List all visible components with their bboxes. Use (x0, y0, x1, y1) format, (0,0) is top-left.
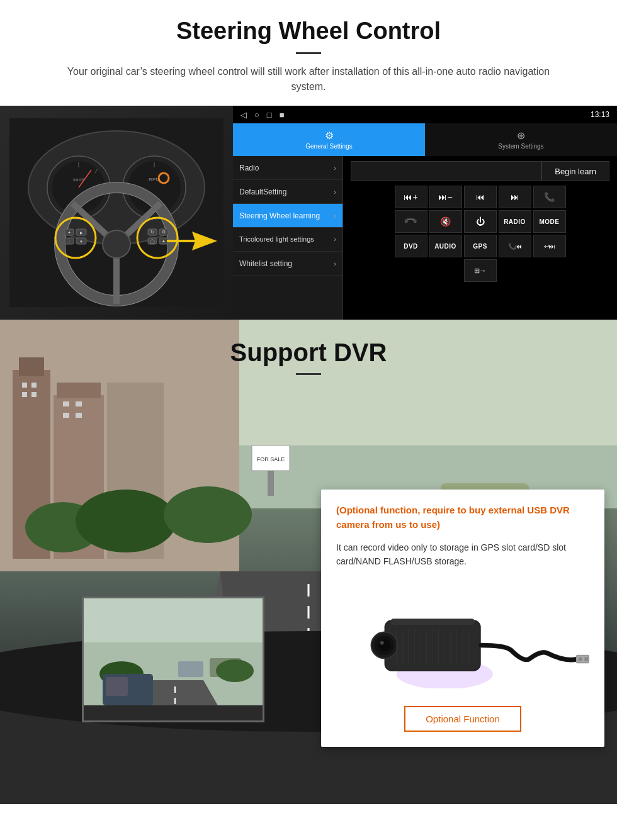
next-track-button[interactable]: ⏭ (499, 186, 531, 208)
menu-item-tricoloured-label: Tricoloured light settings (239, 235, 314, 244)
tab-system-label: System Settings (498, 143, 543, 150)
svg-text:↻: ↻ (150, 230, 154, 234)
power-button[interactable]: ⏻ (464, 210, 497, 233)
menu-icon[interactable]: ■ (280, 110, 285, 120)
back-icon[interactable]: ◁ (241, 110, 247, 120)
phone-button[interactable]: 📞 (533, 186, 566, 208)
menu-item-default-label: DefaultSetting (239, 188, 286, 196)
svg-rect-108 (584, 657, 588, 661)
svg-rect-54 (76, 401, 82, 406)
svg-rect-56 (76, 413, 82, 418)
svg-text:▼: ▼ (79, 240, 83, 244)
tab-general-settings[interactable]: ⚙ General Settings (233, 123, 425, 156)
menu-item-steering-label: Steering Wheel learning (239, 211, 320, 220)
android-statusbar: ◁ ○ □ ■ 13:13 (233, 106, 617, 123)
vol-down-button[interactable]: ⏭− (429, 186, 462, 208)
gps-label: GPS (473, 243, 487, 250)
svg-point-19 (103, 230, 130, 258)
dvd-button[interactable]: DVD (395, 235, 427, 257)
android-panel: ◁ ○ □ ■ 13:13 ⚙ General Settings ⊕ Syste… (233, 106, 617, 320)
steering-section: km/h RPM (0, 106, 617, 320)
menu-arrow-icon: › (334, 164, 336, 172)
audio-label: AUDIO (434, 243, 456, 250)
svg-text:FOR SALE: FOR SALE (257, 456, 285, 462)
dvr-title-divider (296, 373, 321, 375)
menu-arrow-icon: › (334, 188, 336, 196)
control-row-3: DVD AUDIO GPS 📞⏮ ↩⏭ (346, 235, 614, 257)
menu-item-radio-label: Radio (239, 164, 259, 172)
svg-text:▶: ▶ (80, 231, 83, 235)
home-icon[interactable]: ○ (254, 110, 259, 120)
svg-point-91 (380, 641, 384, 645)
svg-point-58 (76, 490, 176, 552)
hang-up-icon: 📞 (404, 214, 418, 228)
dvr-camera-svg (336, 588, 589, 688)
subtitle-text: Your original car’s steering wheel contr… (50, 64, 567, 94)
svg-text:✦: ✦ (162, 239, 166, 244)
power-icon: ⏻ (476, 216, 485, 227)
svg-point-59 (164, 486, 252, 543)
svg-rect-52 (31, 392, 37, 397)
menu-item-tricoloured[interactable]: Tricoloured light settings › (233, 228, 342, 252)
steering-wheel-image: km/h RPM (0, 106, 233, 320)
prev-track-button[interactable]: ⏮ (464, 186, 497, 208)
tel-prev-next-icon: 📞⏮ (508, 243, 522, 250)
vol-down-icon: ⏭− (438, 192, 452, 202)
android-content: Radio › DefaultSetting › Steering Wheel … (233, 156, 617, 320)
settings-icon: ⊕ (517, 130, 525, 142)
svg-rect-87 (390, 619, 475, 625)
dvr-thumbnail-svg (84, 598, 264, 722)
menu-item-radio[interactable]: Radio › (233, 156, 342, 180)
statusbar-time: 13:13 (591, 110, 609, 119)
header-section: Steering Wheel Control Your original car… (0, 0, 617, 106)
menu-arrow-icon: › (334, 260, 336, 267)
menu-item-default-setting[interactable]: DefaultSetting › (233, 180, 342, 204)
svg-text:+: + (68, 230, 71, 235)
svg-rect-83 (84, 705, 264, 722)
phone-icon: 📞 (544, 192, 555, 202)
svg-rect-53 (63, 401, 69, 406)
vol-up-button[interactable]: ⏮+ (395, 186, 427, 208)
dvr-camera-image (336, 581, 589, 695)
back-next-button[interactable]: ↩⏭ (533, 235, 566, 257)
dvr-thumbnail (82, 596, 264, 722)
dvd-label: DVD (404, 243, 418, 250)
control-panel: Begin learn ⏮+ ⏭− ⏮ ⏭ (343, 156, 617, 320)
dvr-title-block: Support DVR (0, 320, 617, 388)
mute-icon: 🔇 (440, 216, 451, 227)
control-row-1: ⏮+ ⏭− ⏮ ⏭ 📞 (346, 186, 614, 208)
vol-up-icon: ⏮+ (404, 192, 417, 202)
menu-item-whitelist-label: Whitelist setting (239, 259, 292, 268)
android-tabs: ⚙ General Settings ⊕ System Settings (233, 123, 617, 156)
next-track-icon: ⏭ (511, 192, 519, 202)
screen-nav-button[interactable]: ⊞→ (464, 259, 497, 282)
menu-item-whitelist[interactable]: Whitelist setting › (233, 252, 342, 276)
begin-learn-button[interactable]: Begin learn (541, 161, 609, 181)
gear-icon: ⚙ (325, 130, 334, 142)
dvr-optional-text: (Optional function, require to buy exter… (336, 503, 589, 532)
tel-prev-next-button[interactable]: 📞⏮ (499, 235, 531, 257)
radio-button[interactable]: RADIO (499, 210, 531, 233)
optional-function-button[interactable]: Optional Function (404, 706, 521, 732)
recents-icon[interactable]: □ (267, 110, 272, 120)
gps-button[interactable]: GPS (464, 235, 497, 257)
control-row-4: ⊞→ (346, 259, 614, 282)
steering-wheel-svg: km/h RPM (9, 118, 224, 307)
svg-rect-107 (579, 657, 582, 661)
menu-arrow-icon: › (334, 212, 336, 220)
svg-rect-77 (178, 661, 203, 677)
mode-button[interactable]: MODE (533, 210, 566, 233)
svg-rect-74 (84, 598, 264, 642)
svg-rect-69 (268, 471, 274, 496)
dvr-description: It can record video only to storage in G… (336, 540, 589, 569)
menu-arrow-icon: › (334, 235, 336, 244)
mute-button[interactable]: 🔇 (429, 210, 462, 233)
svg-rect-55 (63, 413, 69, 418)
audio-button[interactable]: AUDIO (429, 235, 462, 257)
hang-up-button[interactable]: 📞 (395, 210, 427, 233)
tab-system-settings[interactable]: ⊕ System Settings (425, 123, 617, 156)
menu-item-steering-wheel[interactable]: Steering Wheel learning › (233, 204, 342, 228)
mode-label: MODE (540, 218, 560, 225)
optional-function-container: Optional Function (336, 706, 589, 732)
svg-point-90 (378, 639, 390, 651)
